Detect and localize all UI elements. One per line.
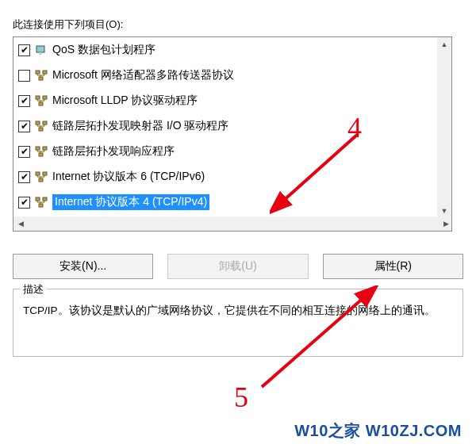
svg-rect-24 [43,147,47,150]
scroll-right-icon[interactable]: ▶ [439,216,452,231]
svg-rect-32 [39,178,43,182]
scroll-up-icon[interactable]: ▲ [437,37,451,52]
svg-rect-1 [39,52,42,55]
checkbox[interactable]: ✔ [18,95,30,107]
checkbox[interactable] [18,70,30,82]
svg-rect-0 [36,46,44,52]
network-protocol-icon [35,120,48,132]
checkbox[interactable]: ✔ [18,44,30,56]
install-button[interactable]: 安装(N)... [13,254,153,279]
item-label: Microsoft 网络适配器多路传送器协议 [52,68,234,82]
description-text: TCP/IP。该协议是默认的广域网络协议，它提供在不同的相互连接的网络上的通讯。 [23,302,453,320]
list-item[interactable]: Microsoft 网络适配器多路传送器协议 [13,63,439,88]
item-label: 链路层拓扑发现响应程序 [52,144,175,159]
description-group: 描述 TCP/IP。该协议是默认的广域网络协议，它提供在不同的相互连接的网络上的… [13,289,463,357]
item-label: Internet 协议版本 6 (TCP/IPv6) [52,170,205,184]
description-title: 描述 [20,282,47,297]
checkbox[interactable]: ✔ [18,146,30,158]
list-item[interactable]: ✔Internet 协议版本 4 (TCP/IPv4) [13,190,439,215]
svg-rect-10 [43,96,47,99]
svg-rect-25 [39,153,43,156]
vertical-scrollbar[interactable]: ▲ ▼ [437,37,451,218]
list-item[interactable]: ✔Microsoft LLDP 协议驱动程序 [13,88,439,113]
network-protocol-icon [35,69,48,82]
checkbox[interactable]: ✔ [18,197,30,209]
network-protocol-icon [35,145,48,158]
svg-rect-4 [39,77,43,80]
horizontal-scrollbar[interactable]: ◀ ▶ [13,216,452,231]
section-label: 此连接使用下列项目(O): [13,17,476,32]
svg-rect-11 [39,102,43,105]
checkbox[interactable]: ✔ [18,121,30,132]
svg-rect-2 [36,71,40,74]
svg-rect-3 [43,71,47,74]
uninstall-button: 卸载(U) [167,254,308,279]
network-protocol-icon [35,196,48,209]
annotation-5: 5 [234,381,248,414]
list-item[interactable]: ✔Internet 协议版本 6 (TCP/IPv6) [13,164,439,190]
svg-rect-31 [43,172,47,175]
network-protocol-icon [35,170,48,183]
list-item[interactable]: ✔链路层拓扑发现响应程序 [13,139,439,164]
item-label: QoS 数据包计划程序 [52,43,155,57]
item-label: Internet 协议版本 4 (TCP/IPv4) [52,194,209,210]
properties-button[interactable]: 属性(R) [323,254,463,279]
svg-rect-37 [36,197,40,201]
footer-watermark: W10之家 W10ZJ.COM [294,420,462,442]
svg-rect-16 [36,121,40,124]
svg-rect-18 [39,128,43,131]
qos-icon [35,44,48,56]
checkbox[interactable]: ✔ [18,171,30,183]
item-label: 链路层拓扑发现映射器 I/O 驱动程序 [52,119,228,133]
svg-rect-9 [36,96,40,99]
svg-rect-39 [39,204,43,207]
svg-rect-30 [36,172,40,175]
scroll-left-icon[interactable]: ◀ [13,216,28,231]
list-item[interactable]: ✔QoS 数据包计划程序 [13,37,439,63]
network-protocol-icon [35,94,48,107]
network-items-listbox[interactable]: ✔QoS 数据包计划程序Microsoft 网络适配器多路传送器协议✔Micro… [13,36,452,232]
svg-rect-17 [43,121,47,124]
svg-rect-23 [36,147,40,150]
svg-rect-38 [43,197,47,201]
item-label: Microsoft LLDP 协议驱动程序 [52,94,198,108]
list-item[interactable]: ✔链路层拓扑发现映射器 I/O 驱动程序 [13,113,439,139]
